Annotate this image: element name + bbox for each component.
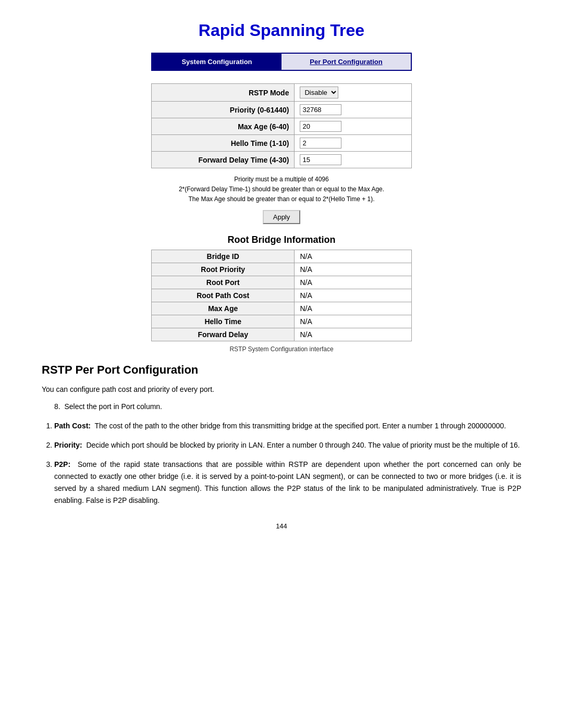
root-bridge-table: Bridge ID N/A Root Priority N/A Root Por…	[151, 250, 412, 341]
table-row: Bridge ID N/A	[152, 250, 412, 263]
forward-delay-label: Forward Delay Time (4-30)	[152, 152, 295, 168]
priority-text: Decide which port should be blocked by p…	[86, 441, 520, 449]
rstp-mode-label: RSTP Mode	[152, 84, 295, 102]
table-row: Max Age (6-40)	[152, 118, 412, 135]
hello-time-value	[295, 135, 412, 152]
page-title: Rapid Spanning Tree	[42, 21, 521, 40]
bridge-id-label: Bridge ID	[152, 250, 295, 263]
root-port-value: N/A	[295, 276, 412, 289]
root-port-label: Root Port	[152, 276, 295, 289]
rb-max-age-label: Max Age	[152, 302, 295, 315]
list-item: Path Cost: The cost of the path to the o…	[54, 420, 521, 432]
forward-delay-value	[295, 152, 412, 168]
table-row: Priority (0-61440)	[152, 102, 412, 118]
caption-text: RSTP System Configuration interface	[151, 346, 412, 353]
root-bridge-title: Root Bridge Information	[151, 235, 412, 245]
step-8: 8. Select the port in Port column.	[54, 401, 521, 413]
rb-max-age-value: N/A	[295, 302, 412, 315]
table-row: Max Age N/A	[152, 302, 412, 315]
tab-bar: System Configuration Per Port Configurat…	[151, 53, 412, 71]
root-bridge-section: Root Bridge Information Bridge ID N/A Ro…	[151, 235, 412, 341]
per-port-list: Path Cost: The cost of the path to the o…	[42, 420, 521, 507]
table-row: Forward Delay Time (4-30)	[152, 152, 412, 168]
max-age-label: Max Age (6-40)	[152, 118, 295, 135]
note-3: The Max Age should be greater than or eq…	[151, 194, 412, 204]
per-port-section: RSTP Per Port Configuration You can conf…	[42, 363, 521, 507]
table-row: Forward Delay N/A	[152, 328, 412, 341]
priority-label: Priority (0-61440)	[152, 102, 295, 118]
note-1: Priority must be a multiple of 4096	[151, 175, 412, 184]
table-row: RSTP Mode Disable Enable	[152, 84, 412, 102]
path-cost-text: The cost of the path to the other bridge…	[95, 422, 506, 430]
root-path-cost-label: Root Path Cost	[152, 289, 295, 302]
p2p-term: P2P:	[54, 460, 70, 468]
per-port-heading: RSTP Per Port Configuration	[42, 363, 521, 377]
bridge-id-value: N/A	[295, 250, 412, 263]
table-row: Hello Time (1-10)	[152, 135, 412, 152]
priority-input[interactable]	[300, 104, 341, 115]
table-row: Root Port N/A	[152, 276, 412, 289]
forward-delay-input[interactable]	[300, 154, 341, 165]
config-table: RSTP Mode Disable Enable Priority (0-614…	[151, 83, 412, 168]
system-config-section: RSTP Mode Disable Enable Priority (0-614…	[151, 83, 412, 353]
max-age-input[interactable]	[300, 121, 341, 132]
per-port-intro: You can configure path cost and priority…	[42, 385, 521, 393]
root-priority-value: N/A	[295, 263, 412, 276]
root-priority-label: Root Priority	[152, 263, 295, 276]
priority-value	[295, 102, 412, 118]
apply-button-wrap: Apply	[151, 210, 412, 224]
max-age-value	[295, 118, 412, 135]
forward-delay-rb-label: Forward Delay	[152, 328, 295, 341]
note-2: 2*(Forward Delay Time-1) should be great…	[151, 184, 412, 194]
rb-hello-time-value: N/A	[295, 315, 412, 328]
rstp-mode-value: Disable Enable	[295, 84, 412, 102]
tab-per-port-configuration[interactable]: Per Port Configuration	[282, 54, 411, 70]
rstp-mode-select[interactable]: Disable Enable	[300, 87, 338, 98]
rb-hello-time-label: Hello Time	[152, 315, 295, 328]
page-number: 144	[42, 522, 521, 530]
table-row: Root Path Cost N/A	[152, 289, 412, 302]
apply-button[interactable]: Apply	[263, 210, 301, 224]
notes-section: Priority must be a multiple of 4096 2*(F…	[151, 175, 412, 205]
p2p-text: Some of the rapid state transactions tha…	[54, 460, 521, 504]
root-path-cost-value: N/A	[295, 289, 412, 302]
list-item: Priority: Decide which port should be bl…	[54, 439, 521, 451]
hello-time-input[interactable]	[300, 138, 341, 149]
hello-time-label: Hello Time (1-10)	[152, 135, 295, 152]
list-item: P2P: Some of the rapid state transaction…	[54, 459, 521, 507]
table-row: Root Priority N/A	[152, 263, 412, 276]
forward-delay-rb-value: N/A	[295, 328, 412, 341]
path-cost-term: Path Cost:	[54, 422, 91, 430]
priority-term: Priority:	[54, 441, 82, 449]
table-row: Hello Time N/A	[152, 315, 412, 328]
tab-system-configuration[interactable]: System Configuration	[152, 54, 282, 70]
